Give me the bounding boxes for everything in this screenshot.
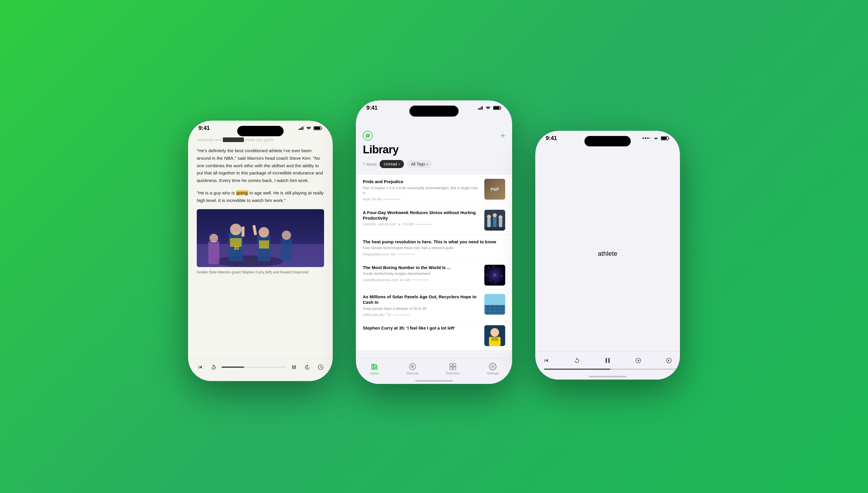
library-list: Pride and Prejudice Part 1Chapter 1 It i… [356, 173, 512, 384]
item-meta: scientific...erican.com ★ 2m left [363, 222, 481, 227]
right-seek-back[interactable] [572, 355, 582, 366]
item-title: A Four-Day Workweek Reduces Stress witho… [363, 210, 481, 221]
item-title: As Millions of Solar Panels Age Out, Rec… [363, 294, 481, 305]
skip-back-button[interactable] [195, 362, 205, 372]
svg-point-51 [486, 275, 487, 275]
phone-center: 9:41 [356, 100, 512, 384]
item-source: theguardian.com [363, 252, 389, 256]
svg-point-48 [489, 267, 489, 268]
tags-filter-pill[interactable]: All Tags ▾ [407, 160, 432, 168]
library-top-row: + [363, 131, 505, 141]
battery-icon-right [661, 136, 670, 140]
status-time-left: 9:41 [198, 125, 210, 131]
svg-rect-78 [453, 367, 456, 369]
svg-text:15: 15 [213, 367, 214, 368]
item-desc: Few climate technologies have ever had a… [363, 245, 505, 251]
svg-rect-75 [450, 364, 453, 366]
svg-point-74 [412, 366, 413, 367]
refresh-button[interactable] [363, 131, 373, 141]
right-forward-icon[interactable] [664, 355, 674, 366]
star-icon: ★ [398, 222, 401, 227]
exercises-icon [449, 363, 457, 371]
nav-settings[interactable]: Settings [487, 363, 499, 375]
svg-text:Pride: Pride [491, 186, 498, 189]
home-indicator-center [415, 380, 453, 382]
right-controls-row [541, 355, 674, 366]
svg-rect-31 [484, 179, 505, 200]
svg-point-52 [501, 276, 502, 277]
item-meta: e360.yale.edu 7m [363, 313, 481, 317]
item-info: The heat pump revolution is here. This i… [363, 239, 505, 256]
nav-settings-label: Settings [487, 371, 499, 375]
svg-rect-77 [450, 367, 453, 369]
nav-library[interactable]: Library [369, 363, 379, 375]
article-paragraph-2: "He is a guy who is going to age well. H… [197, 189, 324, 204]
unread-filter-label: Unread [384, 162, 397, 166]
signal-dot [643, 137, 644, 139]
article-content: rebounds and ■■■■ made per game. "He's d… [188, 134, 333, 381]
list-item[interactable]: Stephen Curry at 35: 'I feel like I got … [356, 321, 512, 350]
right-progress-fill [544, 369, 610, 370]
signal-dots [643, 137, 651, 139]
add-button[interactable]: + [501, 131, 505, 140]
item-progress-bar [415, 224, 433, 225]
article-image: 30 [197, 209, 324, 267]
list-item[interactable]: The Most Boring Number in the World Is .… [356, 261, 512, 290]
svg-text:Prejudice: Prejudice [490, 193, 500, 196]
right-progress-bar [544, 369, 677, 370]
left-screen: 9:41 [188, 121, 333, 381]
nav-exercises[interactable]: Exercises [446, 363, 460, 375]
item-thumbnail: Pride & Prejudice [484, 179, 505, 200]
list-item[interactable]: As Millions of Solar Panels Age Out, Rec… [356, 290, 512, 321]
item-progress-bar [412, 279, 429, 280]
svg-rect-76 [453, 364, 456, 366]
right-pause-button[interactable] [602, 355, 613, 366]
tags-chevron: ▾ [427, 163, 428, 166]
item-time: 8h 8m [372, 197, 382, 201]
signal-dot [645, 137, 646, 139]
item-title: Stephen Curry at 35: 'I feel like I got … [363, 325, 481, 331]
list-item[interactable]: The heat pump revolution is here. This i… [356, 235, 512, 261]
list-item[interactable]: A Four-Day Workweek Reduces Stress witho… [356, 206, 512, 235]
svg-rect-39 [487, 218, 491, 227]
svg-rect-59 [484, 294, 505, 305]
more-options-button[interactable] [316, 362, 326, 372]
right-back-icon[interactable] [633, 355, 644, 366]
svg-rect-72 [373, 364, 375, 365]
right-skip-back[interactable] [541, 355, 551, 366]
svg-rect-43 [499, 219, 502, 227]
item-title: The heat pump revolution is here. This i… [363, 239, 505, 245]
item-source: scientific...erican.com [363, 222, 396, 226]
nav-discover[interactable]: Discover [407, 363, 419, 375]
nav-library-label: Library [369, 371, 379, 375]
library-icon [370, 363, 378, 371]
highlighted-word: going [236, 190, 248, 195]
status-icons-right [643, 136, 670, 140]
seek-forward-button[interactable]: 15 [302, 362, 312, 372]
svg-point-40 [487, 215, 491, 219]
svg-rect-5 [314, 127, 320, 129]
unread-filter-pill[interactable]: Unread ▾ [379, 160, 404, 168]
image-caption: Golden State Warriors guard Stephen Curr… [197, 270, 324, 275]
svg-point-50 [500, 269, 501, 270]
seek-back-button[interactable]: 15 [208, 362, 219, 372]
item-time: 4m [390, 252, 395, 256]
svg-point-19 [282, 231, 291, 240]
status-time-center: 9:41 [366, 104, 377, 111]
svg-rect-26 [479, 108, 480, 110]
list-item[interactable]: Pride and Prejudice Part 1Chapter 1 It i… [356, 174, 512, 206]
article-progress-bar[interactable] [222, 367, 286, 368]
wifi-icon [306, 126, 311, 130]
item-thumbnail [484, 294, 505, 315]
player-controls: 15 15 [188, 358, 333, 381]
dynamic-island-center [409, 106, 459, 116]
svg-rect-45 [484, 227, 505, 231]
items-count: 7 items [363, 162, 377, 167]
svg-text:&: & [494, 189, 496, 192]
dynamic-island-right [584, 136, 631, 146]
svg-point-53 [496, 282, 496, 282]
pause-button-left[interactable] [289, 362, 299, 372]
phone-right: 9:41 [535, 131, 680, 380]
item-desc: Part 1Chapter 1 It is a truth universall… [363, 186, 481, 196]
athlete-word: athlete [598, 250, 617, 257]
